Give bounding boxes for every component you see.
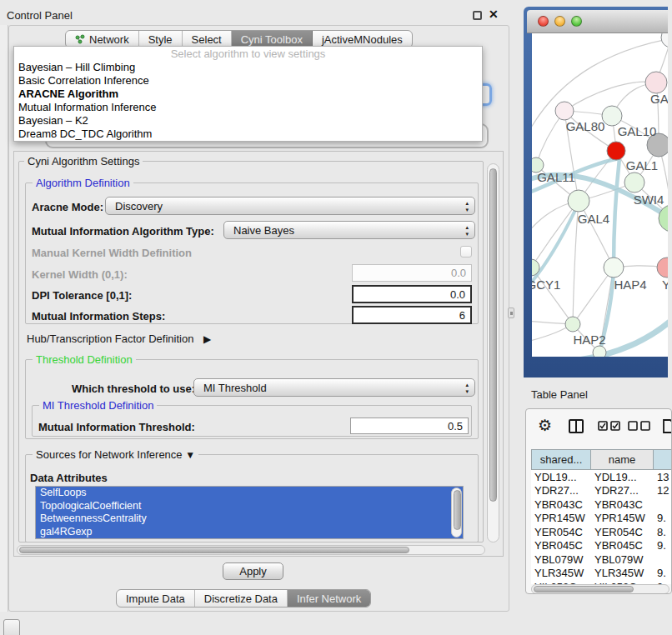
table-horizontal-scrollbar-thumb[interactable] xyxy=(534,586,634,592)
algorithm-option[interactable]: Bayesian – Hill Climbing xyxy=(14,61,482,74)
algorithm-option-selected[interactable]: ARACNE Algorithm xyxy=(14,88,482,101)
cell: YPR145W xyxy=(591,512,654,524)
tab-select-label: Select xyxy=(192,33,222,46)
table-body[interactable]: YDL19... YDL19... 13 YDR27... YDR27... 1… xyxy=(531,470,672,584)
node-label: Y xyxy=(662,278,668,292)
float-panel-icon[interactable] xyxy=(473,11,482,20)
column-split-icon[interactable] xyxy=(569,419,584,433)
apply-button[interactable]: Apply xyxy=(223,562,283,580)
table-row[interactable]: YBL079W YBL079W xyxy=(531,552,672,567)
table-row[interactable]: YDR27... YDR27... 12 xyxy=(531,484,672,498)
window-minimize-button[interactable] xyxy=(554,16,565,27)
network-window-titlebar[interactable] xyxy=(527,10,668,33)
cell: 13 xyxy=(654,471,672,483)
table-horizontal-scrollbar[interactable] xyxy=(531,584,669,594)
settings-vertical-scrollbar[interactable] xyxy=(487,163,499,542)
manual-kernel-checkbox[interactable] xyxy=(460,246,472,258)
sources-title-label: Sources for Network Inference xyxy=(36,448,183,461)
attribute-list-scrollbar-thumb[interactable] xyxy=(454,490,461,530)
network-node-gal1[interactable] xyxy=(607,142,625,160)
table-row[interactable]: YER054C YER054C 8. xyxy=(531,525,672,539)
node-label: GAL11 xyxy=(537,170,575,184)
dock-strip xyxy=(0,25,8,612)
tab-jactivemnodules[interactable]: jActiveMNodules xyxy=(313,31,412,48)
network-node-gal4[interactable] xyxy=(568,190,589,212)
hub-definition-toggle[interactable]: Hub/Transcription Factor Definition ▶ xyxy=(27,332,211,345)
minimized-panel-icon[interactable] xyxy=(3,619,20,635)
algorithm-option[interactable]: Mutual Information Inference xyxy=(14,101,482,114)
table-row[interactable]: YDL19... YDL19... 13 xyxy=(531,470,672,484)
cell: YBR043C xyxy=(531,498,591,511)
tab-style[interactable]: Style xyxy=(139,31,183,48)
window-close-button[interactable] xyxy=(538,16,549,27)
deselect-all-icon[interactable] xyxy=(628,421,651,432)
aracne-mode-label: Aracne Mode: xyxy=(32,201,103,213)
network-node[interactable] xyxy=(661,33,668,48)
column-header-sharedname[interactable]: shared... xyxy=(531,449,591,470)
table-row[interactable]: YPR145W YPR145W 9. xyxy=(531,512,672,526)
tab-cyni-toolbox-label: Cyni Toolbox xyxy=(241,33,303,46)
network-node[interactable] xyxy=(645,72,667,93)
mi-threshold-field[interactable]: 0.5 xyxy=(350,418,469,434)
window-zoom-button[interactable] xyxy=(571,16,582,27)
tab-network[interactable]: Network xyxy=(66,31,139,48)
network-highlight-edges[interactable] xyxy=(532,158,668,357)
settings-horizontal-scrollbar[interactable] xyxy=(17,545,485,555)
cyni-settings-group-title: Cyni Algorithm Settings xyxy=(24,155,143,168)
node-label: GAL1 xyxy=(626,158,658,172)
mi-steps-value: 6 xyxy=(459,309,465,322)
tab-infer-network[interactable]: Infer Network xyxy=(288,590,370,607)
tab-discretize-data[interactable]: Discretize Data xyxy=(195,590,288,607)
table-row[interactable]: YLR345W YLR345W 9. xyxy=(531,567,672,581)
table-row[interactable]: YBR045C YBR045C 9. xyxy=(531,539,672,553)
network-graph[interactable]: GAL GAL80 GAL10 GAL1 SWI4 GAL11 GAL4 GCY… xyxy=(532,33,668,357)
network-node[interactable] xyxy=(593,346,606,357)
cell: YER054C xyxy=(531,526,591,538)
attribute-item[interactable]: BetweennessCentrality xyxy=(36,512,463,526)
settings-vertical-scrollbar-thumb[interactable] xyxy=(489,168,497,502)
cell: YLR345W xyxy=(591,567,654,579)
tab-select[interactable]: Select xyxy=(183,31,232,48)
tab-impute-data[interactable]: Impute Data xyxy=(117,590,195,607)
kernel-width-label: Kernel Width (0,1): xyxy=(32,268,128,281)
which-threshold-combo[interactable]: MI Threshold ▴▾ xyxy=(193,378,475,397)
network-node[interactable] xyxy=(657,258,668,278)
threshold-definition-title: Threshold Definition xyxy=(33,353,136,366)
data-attributes-label: Data Attributes xyxy=(30,472,108,484)
network-node-gal10[interactable] xyxy=(602,106,622,126)
algorithm-option[interactable]: Bayesian – K2 xyxy=(14,114,482,128)
mi-steps-field[interactable]: 6 xyxy=(352,306,472,324)
network-node-hap4[interactable] xyxy=(604,258,624,278)
sources-group-title[interactable]: Sources for Network Inference ▼ xyxy=(33,448,198,461)
mi-type-combo[interactable]: Naive Bayes ▴▾ xyxy=(223,221,475,239)
attribute-item[interactable]: SelfLoops xyxy=(36,487,463,500)
tab-cyni-toolbox[interactable]: Cyni Toolbox xyxy=(232,31,313,48)
network-node-hap2[interactable] xyxy=(565,317,580,332)
close-panel-icon[interactable]: ✕ xyxy=(489,8,499,21)
network-view-canvas[interactable]: GAL GAL80 GAL10 GAL1 SWI4 GAL11 GAL4 GCY… xyxy=(532,33,668,357)
algorithm-option[interactable]: Dream8 DC_TDC Algorithm xyxy=(14,128,482,141)
algorithm-option[interactable]: Basic Correlation Inference xyxy=(14,74,482,88)
column-header-clipped[interactable] xyxy=(654,449,672,470)
new-table-icon[interactable] xyxy=(662,418,672,434)
tab-network-label: Network xyxy=(89,33,129,46)
panel-splitter-handle[interactable] xyxy=(508,308,514,318)
column-header-name[interactable]: name xyxy=(591,449,654,470)
apply-button-label: Apply xyxy=(239,565,267,578)
network-node-swi4[interactable] xyxy=(624,172,644,192)
select-all-icon[interactable] xyxy=(598,421,621,432)
gear-icon[interactable]: ⚙ xyxy=(538,416,552,435)
table-header-row: shared... name xyxy=(531,449,672,470)
network-tab-icon xyxy=(75,34,85,44)
attribute-item[interactable]: gal4RGexp xyxy=(36,526,463,539)
attribute-item[interactable]: TopologicalCoefficient xyxy=(36,500,463,513)
aracne-mode-combo[interactable]: Discovery ▴▾ xyxy=(105,197,475,215)
dpi-tolerance-field[interactable]: 0.0 xyxy=(352,285,472,303)
kernel-width-field[interactable]: 0.0 xyxy=(352,264,472,282)
cyni-bottom-tabbar: Impute Data Discretize Data Infer Networ… xyxy=(116,589,371,608)
algorithm-definition-title: Algorithm Definition xyxy=(33,177,133,189)
network-node-gal80[interactable] xyxy=(555,102,574,120)
attribute-list-scrollbar[interactable] xyxy=(451,488,462,538)
settings-horizontal-scrollbar-thumb[interactable] xyxy=(19,547,409,553)
table-row[interactable]: YBR043C YBR043C xyxy=(531,498,672,512)
